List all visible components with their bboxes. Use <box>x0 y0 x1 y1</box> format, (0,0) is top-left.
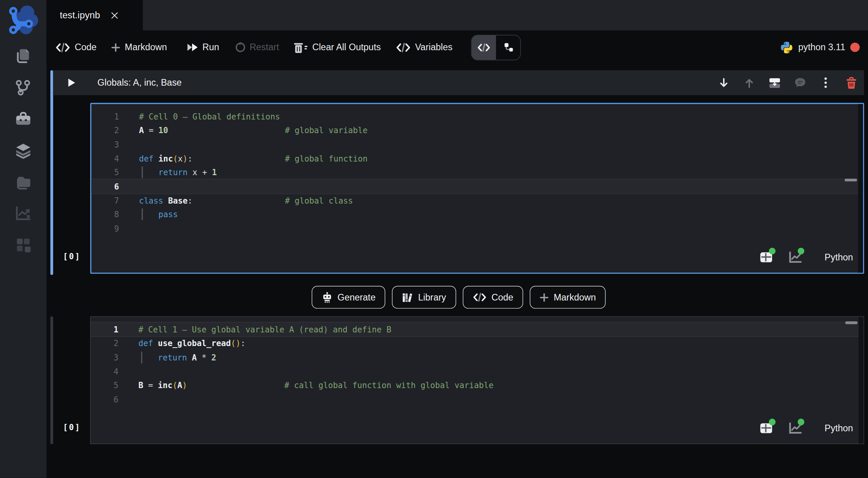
delete-cell-icon[interactable] <box>845 77 857 89</box>
move-cell-up-icon[interactable] <box>743 77 755 89</box>
generate-button[interactable]: Generate <box>311 286 385 309</box>
layers-icon[interactable] <box>14 142 32 159</box>
cell1-header: Globals: A, inc, Base <box>53 70 864 95</box>
code-line[interactable]: 5 return x + 1 <box>91 165 863 179</box>
code-view-toggle[interactable] <box>472 35 496 60</box>
cell1-language-label[interactable]: Python <box>825 252 853 262</box>
code-line[interactable]: 7class Base: # global class <box>91 193 863 207</box>
markdown-button[interactable]: Markdown <box>111 42 167 53</box>
cell1-exec-count: [0] <box>58 252 86 261</box>
line-content: A = 10 # global variable <box>119 123 367 137</box>
code-line[interactable]: 2def use_global_read(): <box>91 336 864 350</box>
flow-icon <box>504 42 513 52</box>
kernel-selector[interactable]: python 3.11 <box>780 40 860 54</box>
line-content: return x + 1 <box>119 165 217 179</box>
code-line[interactable]: 8 pass <box>91 207 863 221</box>
chart-output-icon[interactable] <box>788 421 803 435</box>
cell2-editor[interactable]: 1# Cell 1 — Use global variable A (read)… <box>90 316 864 444</box>
view-toggle <box>471 35 521 60</box>
line-number: 9 <box>91 224 119 233</box>
git-branch-icon[interactable] <box>14 79 32 96</box>
run-button[interactable]: Run <box>186 42 219 53</box>
code-line[interactable]: 4def inc(x): # global function <box>91 151 863 165</box>
indent-guide <box>142 209 143 220</box>
code-line[interactable]: 2A = 10 # global variable <box>91 123 863 137</box>
files-icon[interactable] <box>14 47 32 65</box>
app-logo-icon[interactable] <box>6 4 41 36</box>
clear-outputs-icon <box>293 41 308 53</box>
library-button-label: Library <box>418 292 446 302</box>
line-content: # Cell 1 — Use global variable A (read) … <box>118 322 391 336</box>
run-button-label: Run <box>202 42 219 53</box>
books-icon <box>402 292 413 303</box>
insert-code-button[interactable]: Code <box>463 286 524 309</box>
tab-close-icon[interactable] <box>111 11 118 19</box>
code-button-label: Code <box>75 42 97 53</box>
kernel-status-dot <box>850 42 860 52</box>
code-line[interactable]: 4 <box>91 364 864 378</box>
clear-all-outputs-button[interactable]: Clear All Outputs <box>293 41 381 53</box>
variables-button[interactable]: Variables <box>396 42 453 53</box>
library-button[interactable]: Library <box>392 286 456 309</box>
line-number: 3 <box>91 140 119 149</box>
code-line[interactable]: 9 <box>91 221 863 235</box>
line-content: return A * 2 <box>118 350 216 364</box>
comment-icon[interactable] <box>794 77 806 89</box>
code-line[interactable]: 6 <box>91 392 864 406</box>
insert-markdown-button[interactable]: Markdown <box>530 286 606 309</box>
play-icon <box>67 78 76 87</box>
cell1-actions <box>718 77 857 89</box>
python-icon <box>780 40 793 54</box>
cell2-exec-count: [0] <box>58 423 86 432</box>
plus-icon <box>540 293 549 302</box>
more-options-icon[interactable] <box>820 77 831 89</box>
code-lines[interactable]: 1# Cell 1 — Use global variable A (read)… <box>91 317 864 443</box>
analytics-icon[interactable] <box>14 205 32 222</box>
cell2-language-label[interactable]: Python <box>825 423 853 433</box>
indent-guide <box>141 351 142 363</box>
line-content: class Base: # global class <box>119 193 353 207</box>
cell1-footer: Python <box>759 248 853 266</box>
code-button[interactable]: Code <box>55 42 97 53</box>
insert-cell-bar: Generate Library Code <box>53 286 864 309</box>
code-line[interactable]: 1# Cell 1 — Use global variable A (read)… <box>91 322 864 336</box>
table-output-icon[interactable] <box>759 421 774 435</box>
folder-icon[interactable] <box>14 173 32 191</box>
code-line[interactable]: 3 return A * 2 <box>91 350 864 364</box>
run-icon <box>186 42 198 52</box>
clear-all-outputs-label: Clear All Outputs <box>312 42 381 53</box>
cell1-scrollbar-track[interactable] <box>858 104 863 272</box>
plus-icon <box>111 43 120 52</box>
restart-icon <box>235 42 245 53</box>
run-cell-button[interactable] <box>67 78 76 87</box>
cell2-scrollbar-track[interactable] <box>859 317 864 443</box>
tab-test-ipynb[interactable]: test.ipynb <box>46 0 143 30</box>
code-line[interactable]: 3 <box>91 137 863 151</box>
line-number: 4 <box>91 154 119 163</box>
line-number: 1 <box>91 112 119 121</box>
tab-title: test.ipynb <box>60 10 100 21</box>
line-content: def use_global_read(): <box>118 336 245 350</box>
tab-bar: test.ipynb <box>46 0 868 30</box>
line-number: 1 <box>91 325 118 334</box>
cell1-editor[interactable]: 1# Cell 0 — Global definitions2A = 10 # … <box>90 103 864 274</box>
toolbox-icon[interactable] <box>14 110 32 128</box>
code-line[interactable]: 6 <box>91 179 863 193</box>
table-badge-dot <box>769 248 775 255</box>
code-lines[interactable]: 1# Cell 0 — Global definitions2A = 10 # … <box>91 104 863 272</box>
move-cell-down-icon[interactable] <box>718 77 730 89</box>
chart-output-icon[interactable] <box>788 250 803 264</box>
code-line[interactable]: 1# Cell 0 — Global definitions <box>91 109 863 123</box>
line-number: 6 <box>91 182 119 191</box>
table-output-icon[interactable] <box>759 250 774 264</box>
plugins-icon[interactable] <box>14 236 32 254</box>
cell2-focus-bar <box>50 316 53 444</box>
restart-button[interactable]: Restart <box>235 42 279 53</box>
line-number: 6 <box>91 395 118 404</box>
cell2-scrollbar-thumb[interactable] <box>845 322 857 324</box>
cell1-scrollbar-thumb[interactable] <box>845 179 857 181</box>
insert-cell-below-icon[interactable] <box>769 77 781 89</box>
code-line[interactable]: 5B = inc(A) # call global function with … <box>91 378 864 392</box>
flow-view-toggle[interactable] <box>496 35 521 60</box>
line-content: # Cell 0 — Global definitions <box>119 109 280 123</box>
